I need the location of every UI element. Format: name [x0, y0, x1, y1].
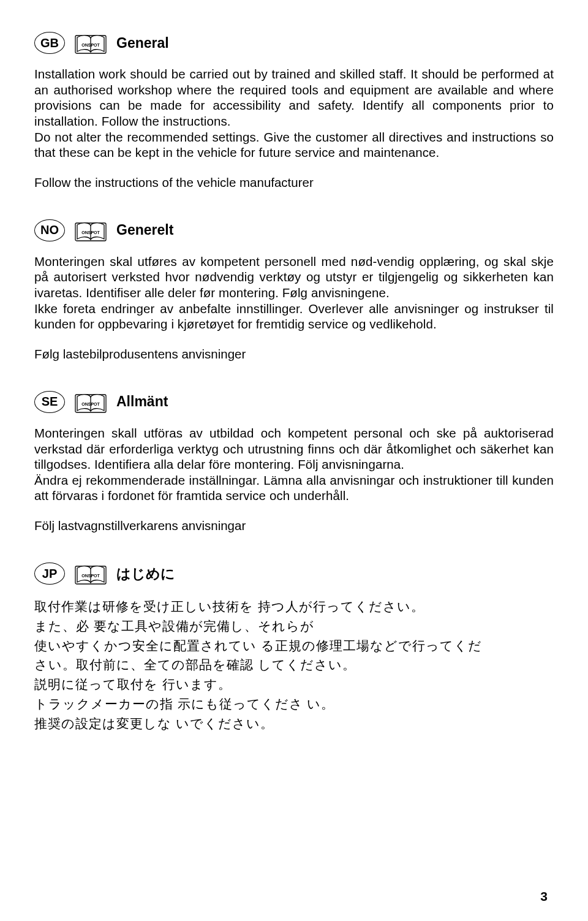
section-title-no: Generelt — [116, 222, 173, 238]
section-title-jp: はじめに — [116, 564, 175, 583]
lang-badge-gb: GB — [34, 32, 65, 54]
body-text-se: Monteringen skall utföras av utbildad oc… — [34, 425, 554, 504]
body-text-jp: 取付作業は研修を受け正しい技術を 持つ人が行ってください。 また、必 要な工具や… — [34, 597, 554, 733]
section-title-se: Allmänt — [116, 393, 168, 410]
body-text-no: Monteringen skal utføres av kompetent pe… — [34, 254, 554, 332]
book-icon: ONSPOT — [75, 219, 107, 241]
lang-badge-se: SE — [34, 391, 65, 413]
section-jp: JP ONSPOT はじめに 取付作業は研修を受け正しい技術を 持つ人が行ってく… — [34, 563, 554, 733]
lang-badge-jp: JP — [34, 563, 65, 585]
book-icon: ONSPOT — [75, 563, 107, 585]
page-number: 3 — [540, 889, 548, 904]
svg-text:ONSPOT: ONSPOT — [81, 230, 100, 235]
svg-text:ONSPOT: ONSPOT — [81, 402, 100, 406]
section-title-gb: General — [116, 35, 169, 51]
section-gb: GB ONSPOT General Installation work shou… — [34, 32, 554, 190]
svg-text:ONSPOT: ONSPOT — [81, 574, 100, 578]
lang-badge-no: NO — [34, 219, 65, 241]
brand-text: ONSPOT — [81, 43, 100, 47]
book-icon: ONSPOT — [75, 391, 107, 413]
section-header: JP ONSPOT はじめに — [34, 563, 554, 585]
body-text-gb: Installation work should be carried out … — [34, 66, 554, 161]
follow-line-no: Følg lastebilprodusentens anvisninger — [34, 347, 554, 362]
section-header: SE ONSPOT Allmänt — [34, 391, 554, 413]
section-header: NO ONSPOT Generelt — [34, 219, 554, 241]
follow-line-se: Följ lastvagnstillverkarens anvisningar — [34, 518, 554, 533]
follow-line-gb: Follow the instructions of the vehicle m… — [34, 175, 554, 190]
section-header: GB ONSPOT General — [34, 32, 554, 54]
section-se: SE ONSPOT Allmänt Monteringen skall utfö… — [34, 391, 554, 533]
book-icon: ONSPOT — [75, 32, 107, 54]
section-no: NO ONSPOT Generelt Monteringen skal utfø… — [34, 219, 554, 362]
